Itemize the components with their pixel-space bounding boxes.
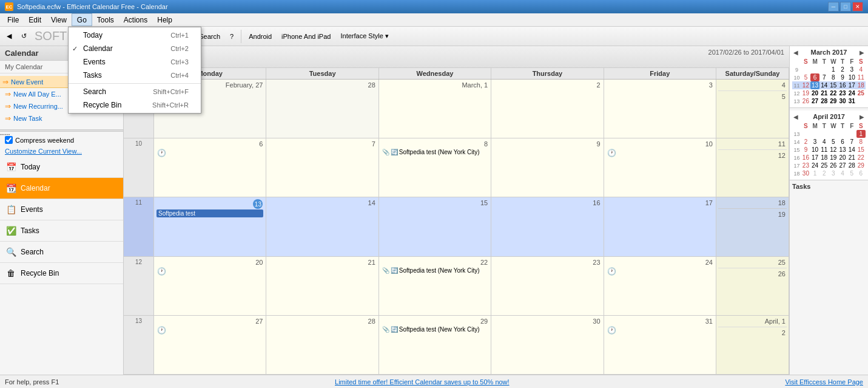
- mini-apr-day[interactable]: 4: [819, 138, 829, 146]
- day-mar11-12[interactable]: 11 12: [716, 138, 789, 197]
- day-mar10[interactable]: 10 🕐: [604, 138, 716, 197]
- menu-edit[interactable]: Edit: [24, 13, 46, 26]
- go-menu-tasks[interactable]: Tasks Ctrl+4: [69, 69, 201, 82]
- day-mar17[interactable]: 17: [604, 197, 716, 256]
- allday-event-mar13[interactable]: Softpedia test: [156, 209, 263, 217]
- mini-day[interactable]: 31: [847, 97, 856, 105]
- mini-apr-day[interactable]: [801, 130, 810, 138]
- toolbar-refresh-btn[interactable]: ↺: [17, 29, 31, 44]
- mini-apr-day[interactable]: 1: [810, 169, 819, 177]
- mini-day[interactable]: 18: [856, 81, 866, 89]
- week4-event-row[interactable]: 📎 🔄 Softpedia test (New York City): [381, 267, 489, 274]
- day-mar27[interactable]: 27 🕐: [154, 316, 266, 374]
- mini-day[interactable]: 12: [801, 81, 810, 89]
- maximize-button[interactable]: □: [840, 2, 851, 12]
- sidebar-item-search[interactable]: 🔍 Search: [0, 242, 123, 263]
- day-mar24[interactable]: 24 🕐: [604, 257, 716, 315]
- mini-cal-april-next-btn[interactable]: ▶: [858, 114, 866, 120]
- mini-day[interactable]: [801, 66, 810, 73]
- mini-apr-day[interactable]: 30: [801, 169, 810, 177]
- menu-file[interactable]: File: [2, 13, 24, 26]
- promo-link[interactable]: Limited time offer! Efficient Calendar s…: [335, 378, 510, 386]
- day-mar31[interactable]: 31 🕐: [604, 316, 716, 374]
- mini-day[interactable]: 1: [829, 66, 838, 73]
- sidebar-item-events[interactable]: 📋 Events: [0, 199, 123, 220]
- close-button[interactable]: ✕: [852, 2, 863, 12]
- day-mar16[interactable]: 16: [491, 197, 604, 256]
- sidebar-divider[interactable]: ·····: [0, 129, 123, 132]
- mini-apr-day[interactable]: 19: [829, 154, 838, 162]
- mini-day[interactable]: 28: [819, 97, 829, 105]
- day-mar22[interactable]: 22 📎 🔄 Softpedia test (New York City): [379, 257, 491, 315]
- mini-day[interactable]: 16: [838, 81, 847, 89]
- mini-day[interactable]: [819, 66, 829, 73]
- mini-day[interactable]: 8: [829, 73, 838, 81]
- mini-day[interactable]: 11: [856, 73, 866, 81]
- mini-apr-day[interactable]: 23: [801, 162, 810, 169]
- toolbar-interface-btn[interactable]: Interface Style ▾: [336, 29, 392, 44]
- week5-event-row[interactable]: 📎 🔄 Softpedia test (New York City): [381, 325, 489, 333]
- day-mar15[interactable]: 15: [379, 197, 491, 256]
- mini-apr-day[interactable]: 24: [810, 162, 819, 169]
- mini-day-selected[interactable]: 6: [810, 73, 819, 81]
- mini-apr-day[interactable]: 6: [838, 138, 847, 146]
- mini-apr-day[interactable]: 9: [801, 146, 810, 154]
- toolbar-help-btn[interactable]: ?: [226, 29, 238, 44]
- mini-apr-day[interactable]: 7: [847, 138, 856, 146]
- toolbar-iphone-btn[interactable]: iPhone And iPad: [277, 29, 335, 44]
- day-mar9[interactable]: 9: [491, 138, 604, 197]
- mini-day[interactable]: 17: [847, 81, 856, 89]
- mini-apr-day[interactable]: [819, 130, 829, 138]
- mini-day[interactable]: 4: [856, 66, 866, 73]
- mini-apr-day-1[interactable]: 1: [856, 130, 866, 138]
- mini-apr-day[interactable]: 14: [847, 146, 856, 154]
- mini-day[interactable]: 3: [847, 66, 856, 73]
- sidebar-item-recycle[interactable]: 🗑 Recycle Bin: [0, 263, 123, 284]
- go-menu-today[interactable]: Today Ctrl+1: [69, 29, 201, 42]
- minimize-button[interactable]: ─: [828, 2, 839, 12]
- mini-day[interactable]: 21: [819, 89, 829, 97]
- compress-weekend-item[interactable]: Compress weekend: [0, 134, 123, 146]
- mini-day[interactable]: 9: [838, 73, 847, 81]
- mini-apr-day[interactable]: 13: [838, 146, 847, 154]
- mini-day[interactable]: 7: [819, 73, 829, 81]
- mini-day[interactable]: 23: [838, 89, 847, 97]
- mini-day[interactable]: 26: [801, 97, 810, 105]
- mini-apr-day[interactable]: 26: [829, 162, 838, 169]
- mini-day[interactable]: 24: [847, 89, 856, 97]
- mini-day[interactable]: 15: [829, 81, 838, 89]
- mini-apr-day[interactable]: 16: [801, 154, 810, 162]
- mini-apr-day[interactable]: 2: [801, 138, 810, 146]
- mini-apr-day[interactable]: 12: [829, 146, 838, 154]
- go-menu-calendar[interactable]: ✓ Calendar Ctrl+2: [69, 42, 201, 55]
- toolbar-android-btn[interactable]: Android: [244, 29, 276, 44]
- mini-apr-day[interactable]: [810, 130, 819, 138]
- mini-day[interactable]: 14: [819, 81, 829, 89]
- mini-apr-day[interactable]: 22: [856, 154, 866, 162]
- mini-apr-day[interactable]: 18: [819, 154, 829, 162]
- go-menu-search[interactable]: Search Shift+Ctrl+F: [69, 85, 201, 98]
- day-mar23[interactable]: 23: [491, 257, 604, 315]
- menu-go[interactable]: Go: [72, 13, 92, 26]
- home-page-link[interactable]: Visit Efficcess Home Page: [785, 378, 863, 386]
- menu-tools[interactable]: Tools: [92, 13, 119, 26]
- menu-help[interactable]: Help: [152, 13, 177, 26]
- day-mar28[interactable]: 28: [266, 316, 378, 374]
- day-mar14[interactable]: 14: [266, 197, 378, 256]
- mini-day[interactable]: 19: [801, 89, 810, 97]
- mini-apr-day[interactable]: 8: [856, 138, 866, 146]
- go-menu-events[interactable]: Events Ctrl+3: [69, 55, 201, 69]
- day-mar20[interactable]: 20 🕐: [154, 257, 266, 315]
- toolbar-back-btn[interactable]: ◀: [2, 29, 16, 44]
- day-mar2[interactable]: 2: [491, 80, 604, 138]
- mini-apr-day[interactable]: [847, 130, 856, 138]
- mini-apr-day[interactable]: 29: [856, 162, 866, 169]
- mini-apr-day[interactable]: 17: [810, 154, 819, 162]
- sidebar-item-calendar[interactable]: 📆 Calendar: [0, 178, 123, 199]
- day-mar7[interactable]: 7: [266, 138, 378, 197]
- mini-apr-day[interactable]: 3: [829, 169, 838, 177]
- mini-cal-prev-btn[interactable]: ◀: [792, 49, 799, 56]
- go-menu-recycle[interactable]: Recycle Bin Shift+Ctrl+R: [69, 98, 201, 112]
- mini-apr-day[interactable]: [829, 130, 838, 138]
- mini-apr-day[interactable]: 4: [838, 169, 847, 177]
